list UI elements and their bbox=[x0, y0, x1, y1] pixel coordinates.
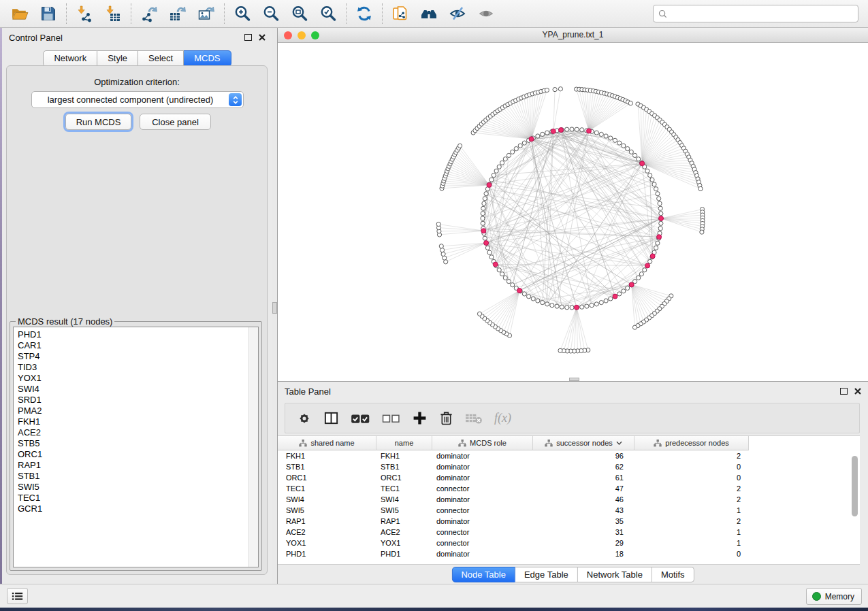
table-row[interactable]: STB1STB1dominator620 bbox=[278, 461, 860, 472]
tab-mcds[interactable]: MCDS bbox=[184, 50, 231, 67]
zoom-out-button[interactable] bbox=[257, 2, 285, 25]
graph-leaf-node[interactable] bbox=[441, 252, 445, 256]
graph-ring-node[interactable] bbox=[507, 280, 511, 284]
graph-ring-node[interactable] bbox=[481, 206, 485, 210]
graph-mcds-hub-node[interactable] bbox=[645, 263, 650, 268]
import-table-button[interactable] bbox=[99, 2, 127, 25]
mcds-result-item[interactable]: CAR1 bbox=[18, 340, 258, 351]
column-header-name[interactable]: name bbox=[376, 436, 432, 450]
graph-ring-node[interactable] bbox=[514, 147, 518, 151]
graph-ring-node[interactable] bbox=[565, 306, 569, 310]
export-table-button[interactable] bbox=[163, 2, 192, 25]
network-window-titlebar[interactable]: YPA_prune.txt_1 bbox=[278, 28, 868, 43]
graph-ring-node[interactable] bbox=[497, 165, 501, 169]
graph-mcds-hub-node[interactable] bbox=[487, 182, 492, 187]
table-row[interactable]: YOX1YOX1connector291 bbox=[278, 538, 860, 548]
graph-ring-node[interactable] bbox=[654, 246, 658, 250]
graph-ring-node[interactable] bbox=[622, 144, 626, 148]
graph-ring-node[interactable] bbox=[658, 201, 662, 205]
graph-ring-node[interactable] bbox=[545, 131, 549, 135]
run-mcds-button[interactable]: Run MCDS bbox=[65, 114, 131, 130]
show-columns-button[interactable] bbox=[323, 410, 339, 426]
graph-ring-node[interactable] bbox=[483, 236, 487, 240]
mcds-result-item[interactable]: TID3 bbox=[18, 362, 258, 373]
graph-ring-node[interactable] bbox=[527, 295, 531, 299]
mcds-result-item[interactable]: FKH1 bbox=[18, 416, 258, 427]
neighbors-button[interactable] bbox=[415, 2, 443, 25]
graph-leaf-node[interactable] bbox=[458, 144, 462, 148]
graph-ring-node[interactable] bbox=[604, 299, 608, 303]
column-header-mcds-role[interactable]: MCDS role bbox=[432, 436, 533, 450]
graph-ring-node[interactable] bbox=[492, 174, 496, 178]
graph-ring-node[interactable] bbox=[503, 157, 507, 161]
graph-leaf-node[interactable] bbox=[436, 222, 440, 226]
graph-leaf-node[interactable] bbox=[700, 230, 704, 234]
graph-ring-node[interactable] bbox=[570, 127, 574, 131]
graph-ring-node[interactable] bbox=[652, 182, 656, 186]
graph-ring-node[interactable] bbox=[633, 153, 637, 157]
graph-mcds-hub-node[interactable] bbox=[517, 288, 522, 293]
column-header-predecessor-nodes[interactable]: predecessor nodes bbox=[634, 436, 749, 450]
graph-ring-node[interactable] bbox=[511, 283, 515, 287]
table-settings-button[interactable] bbox=[297, 411, 312, 426]
import-network-button[interactable] bbox=[70, 2, 99, 25]
graph-mcds-hub-node[interactable] bbox=[629, 282, 634, 287]
graph-ring-node[interactable] bbox=[500, 161, 504, 165]
tab-network[interactable]: Network bbox=[43, 50, 97, 67]
graph-ring-node[interactable] bbox=[570, 306, 574, 310]
graph-ring-node[interactable] bbox=[518, 144, 522, 148]
graph-ring-node[interactable] bbox=[560, 305, 564, 309]
optimization-criterion-select[interactable]: largest connected component (undirected) bbox=[31, 91, 244, 108]
graph-ring-node[interactable] bbox=[594, 302, 598, 306]
graph-ring-node[interactable] bbox=[650, 178, 654, 182]
graph-ring-node[interactable] bbox=[541, 132, 545, 136]
graph-mcds-hub-node[interactable] bbox=[484, 241, 489, 246]
graph-ring-node[interactable] bbox=[511, 150, 515, 154]
table-row[interactable]: SWI5SWI5connector431 bbox=[278, 505, 860, 516]
mcds-result-item[interactable]: TEC1 bbox=[18, 493, 258, 503]
table-row[interactable]: ACE2ACE2connector311 bbox=[278, 527, 860, 538]
table-row[interactable]: PHD1PHD1dominator180 bbox=[278, 548, 860, 559]
graph-ring-node[interactable] bbox=[639, 272, 643, 276]
graph-ring-node[interactable] bbox=[580, 305, 584, 309]
graph-ring-node[interactable] bbox=[522, 141, 526, 145]
graph-ring-node[interactable] bbox=[500, 272, 504, 276]
table-row[interactable]: TEC1TEC1connector472 bbox=[278, 483, 860, 494]
tab-style[interactable]: Style bbox=[97, 50, 138, 67]
control-panel-close-button[interactable] bbox=[259, 34, 266, 41]
graph-ring-node[interactable] bbox=[545, 302, 549, 306]
graph-mcds-hub-node[interactable] bbox=[493, 262, 498, 267]
graph-mcds-hub-node[interactable] bbox=[650, 254, 655, 259]
graph-ring-node[interactable] bbox=[541, 301, 545, 305]
window-close-button[interactable] bbox=[284, 31, 292, 39]
graph-ring-node[interactable] bbox=[531, 297, 535, 301]
graph-leaf-node[interactable] bbox=[443, 256, 447, 260]
graph-mcds-hub-node[interactable] bbox=[529, 137, 534, 142]
add-column-button[interactable] bbox=[412, 410, 428, 426]
graph-ring-node[interactable] bbox=[626, 147, 630, 151]
mcds-result-item[interactable]: SRD1 bbox=[18, 395, 258, 406]
zoom-fit-button[interactable] bbox=[285, 2, 314, 25]
graph-ring-node[interactable] bbox=[481, 221, 485, 225]
graph-ring-node[interactable] bbox=[487, 250, 492, 254]
graph-ring-node[interactable] bbox=[494, 169, 498, 173]
share-document-button[interactable] bbox=[386, 2, 415, 25]
table-row[interactable]: SWI4SWI4dominator462 bbox=[278, 494, 860, 505]
graph-ring-node[interactable] bbox=[481, 212, 485, 216]
mcds-result-item[interactable]: GCR1 bbox=[18, 503, 258, 514]
close-panel-button[interactable]: Close panel bbox=[140, 114, 211, 130]
graph-ring-node[interactable] bbox=[648, 174, 652, 178]
memory-button[interactable]: Memory bbox=[806, 588, 862, 605]
graph-ring-node[interactable] bbox=[580, 128, 584, 132]
hide-selected-button[interactable] bbox=[443, 2, 472, 25]
mcds-result-item[interactable]: ORC1 bbox=[18, 449, 258, 460]
graph-ring-node[interactable] bbox=[613, 138, 617, 142]
graph-leaf-node[interactable] bbox=[698, 186, 703, 191]
graph-ring-node[interactable] bbox=[659, 212, 663, 216]
graph-ring-node[interactable] bbox=[503, 276, 507, 280]
graph-ring-node[interactable] bbox=[489, 178, 494, 182]
graph-ring-node[interactable] bbox=[645, 169, 649, 173]
graph-ring-node[interactable] bbox=[594, 131, 598, 135]
graph-mcds-hub-node[interactable] bbox=[551, 129, 556, 133]
graph-ring-node[interactable] bbox=[656, 241, 660, 245]
